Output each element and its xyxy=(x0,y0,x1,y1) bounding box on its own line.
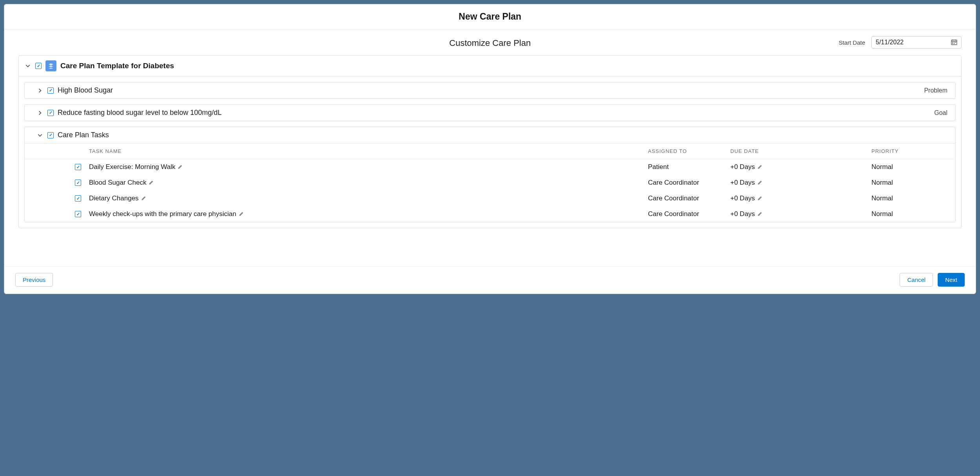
pencil-icon[interactable] xyxy=(141,196,147,201)
task-name: Daily Exercise: Morning Walk xyxy=(89,163,175,171)
problem-tag: Problem xyxy=(924,87,950,94)
goal-checkbox[interactable] xyxy=(47,110,54,116)
task-assigned: Care Coordinator xyxy=(648,210,730,218)
footer-right: Cancel Next xyxy=(900,273,965,287)
calendar-icon[interactable] xyxy=(951,39,957,45)
new-care-plan-modal: New Care Plan Customize Care Plan Start … xyxy=(4,4,976,294)
task-due: +0 Days xyxy=(730,179,755,187)
task-priority: Normal xyxy=(871,210,950,218)
cancel-button[interactable]: Cancel xyxy=(900,273,933,287)
pencil-icon[interactable] xyxy=(178,164,183,170)
task-due-cell: +0 Days xyxy=(730,163,871,171)
problem-panel: High Blood Sugar Problem xyxy=(24,82,956,99)
template-panel: Care Plan Template for Diabetes High Blo… xyxy=(18,55,962,228)
start-date-group: Start Date 5/11/2022 xyxy=(838,36,962,49)
pencil-icon[interactable] xyxy=(757,211,763,217)
task-due-cell: +0 Days xyxy=(730,194,871,202)
sub-header: Customize Care Plan Start Date 5/11/2022 xyxy=(4,29,976,55)
start-date-value: 5/11/2022 xyxy=(876,39,904,46)
task-due-cell: +0 Days xyxy=(730,210,871,218)
task-priority: Normal xyxy=(871,194,950,202)
task-name-cell: Weekly check-ups with the primary care p… xyxy=(89,210,648,218)
task-name-cell: Blood Sugar Check xyxy=(89,179,648,187)
pencil-icon[interactable] xyxy=(757,196,763,201)
goal-panel: Reduce fasting blood sugar level to belo… xyxy=(24,104,956,121)
problem-title: High Blood Sugar xyxy=(58,86,920,94)
template-title: Care Plan Template for Diabetes xyxy=(60,62,174,70)
task-checkbox[interactable] xyxy=(75,211,81,217)
col-priority: PRIORITY xyxy=(871,148,950,154)
col-task-name: TASK NAME xyxy=(89,148,648,154)
previous-button[interactable]: Previous xyxy=(15,273,53,287)
template-checkbox[interactable] xyxy=(35,63,42,69)
goal-header: Reduce fasting blood sugar level to belo… xyxy=(25,105,955,121)
pencil-icon[interactable] xyxy=(239,211,244,217)
svg-rect-8 xyxy=(954,43,955,44)
task-priority: Normal xyxy=(871,179,950,187)
col-assigned-to: ASSIGNED TO xyxy=(648,148,730,154)
task-name-cell: Daily Exercise: Morning Walk xyxy=(89,163,648,171)
next-button[interactable]: Next xyxy=(938,273,965,287)
goal-tag: Goal xyxy=(934,109,950,116)
task-due: +0 Days xyxy=(730,194,755,202)
subtitle: Customize Care Plan xyxy=(449,38,531,48)
start-date-label: Start Date xyxy=(838,39,865,46)
content-area: Care Plan Template for Diabetes High Blo… xyxy=(4,55,976,266)
task-name: Dietary Changes xyxy=(89,194,139,202)
col-due-date: DUE DATE xyxy=(730,148,871,154)
chevron-right-icon[interactable] xyxy=(36,87,44,94)
task-checkbox[interactable] xyxy=(75,195,81,202)
task-assigned: Care Coordinator xyxy=(648,179,730,187)
pencil-icon[interactable] xyxy=(757,164,763,170)
tasks-header: Care Plan Tasks xyxy=(25,127,955,144)
task-name: Weekly check-ups with the primary care p… xyxy=(89,210,236,218)
pencil-icon[interactable] xyxy=(149,180,154,185)
task-name: Blood Sugar Check xyxy=(89,179,146,187)
modal-footer: Previous Cancel Next xyxy=(4,266,976,294)
task-due: +0 Days xyxy=(730,210,755,218)
tasks-panel: Care Plan Tasks TASK NAME ASSIGNED TO DU… xyxy=(24,127,956,222)
svg-rect-5 xyxy=(954,42,955,43)
tasks-checkbox[interactable] xyxy=(47,132,54,138)
svg-rect-4 xyxy=(952,42,953,43)
start-date-input[interactable]: 5/11/2022 xyxy=(871,36,962,49)
modal-header: New Care Plan xyxy=(4,4,976,29)
task-assigned: Patient xyxy=(648,163,730,171)
task-row: Weekly check-ups with the primary care p… xyxy=(25,206,955,222)
task-checkbox[interactable] xyxy=(75,164,81,170)
chevron-down-icon[interactable] xyxy=(24,62,31,69)
task-row: Daily Exercise: Morning Walk Patient +0 … xyxy=(25,159,955,175)
svg-rect-7 xyxy=(952,43,953,44)
task-due-cell: +0 Days xyxy=(730,179,871,187)
pencil-icon[interactable] xyxy=(757,180,763,185)
chevron-right-icon[interactable] xyxy=(36,109,44,116)
template-icon xyxy=(45,60,56,71)
modal-title: New Care Plan xyxy=(4,11,976,22)
task-priority: Normal xyxy=(871,163,950,171)
problem-header: High Blood Sugar Problem xyxy=(25,82,955,98)
task-name-cell: Dietary Changes xyxy=(89,194,648,202)
chevron-down-icon[interactable] xyxy=(36,132,44,139)
tasks-columns: TASK NAME ASSIGNED TO DUE DATE PRIORITY xyxy=(25,144,955,159)
task-checkbox[interactable] xyxy=(75,180,81,186)
task-due: +0 Days xyxy=(730,163,755,171)
svg-rect-6 xyxy=(955,42,956,43)
problem-checkbox[interactable] xyxy=(47,87,54,94)
task-row: Blood Sugar Check Care Coordinator +0 Da… xyxy=(25,175,955,191)
tasks-title: Care Plan Tasks xyxy=(58,131,109,139)
template-header: Care Plan Template for Diabetes xyxy=(19,56,961,76)
task-assigned: Care Coordinator xyxy=(648,194,730,202)
task-row: Dietary Changes Care Coordinator +0 Days… xyxy=(25,191,955,206)
goal-title: Reduce fasting blood sugar level to belo… xyxy=(58,109,930,117)
